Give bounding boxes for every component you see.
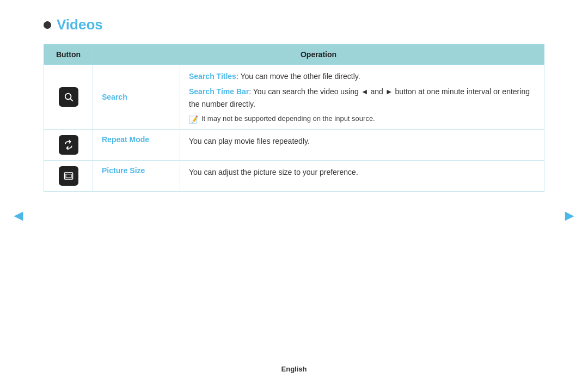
table-row: Repeat Mode You can play movie files rep… (44, 130, 544, 161)
page-content: Videos Button Operation (0, 0, 588, 203)
search-button-cell (44, 65, 93, 130)
picture-feature-name: Picture Size (102, 166, 145, 175)
table-row: Search Search Titles: You can move the o… (44, 65, 544, 130)
repeat-icon (59, 135, 78, 155)
search-time-bar-term: Search Time Bar (189, 87, 249, 96)
page-title: Videos (57, 16, 103, 33)
footer-language: English (281, 365, 307, 373)
picture-feature-name-cell: Picture Size (93, 161, 180, 192)
search-titles-term: Search Titles (189, 72, 236, 81)
search-note: 📝 It may not be supported depending on t… (189, 114, 535, 124)
table-row: Picture Size You can adjust the picture … (44, 161, 544, 192)
search-note-text: It may not be supported depending on the… (201, 114, 375, 123)
picture-operation-text: You can adjust the picture size to your … (189, 168, 358, 176)
note-icon: 📝 (189, 115, 198, 124)
repeat-feature-name: Repeat Mode (102, 135, 149, 144)
search-op-2: Search Time Bar: You can search the vide… (189, 86, 535, 110)
picture-size-icon (59, 166, 78, 186)
search-titles-text: : You can move the other file directly. (236, 72, 360, 81)
section-title: Videos (44, 16, 544, 33)
search-feature-name-cell: Search (93, 65, 180, 130)
search-icon (59, 87, 78, 107)
svg-line-1 (70, 99, 72, 101)
search-operation-cell: Search Titles: You can move the other fi… (180, 65, 544, 130)
repeat-button-cell (44, 130, 93, 161)
nav-left-arrow[interactable]: ◄ (11, 207, 26, 224)
bullet-icon (44, 21, 51, 29)
header-button: Button (44, 45, 93, 65)
header-operation: Operation (93, 45, 544, 65)
repeat-operation-text: You can play movie files repeatedly. (189, 137, 310, 145)
nav-right-arrow[interactable]: ► (562, 207, 577, 224)
svg-rect-3 (66, 174, 71, 178)
repeat-feature-name-cell: Repeat Mode (93, 130, 180, 161)
picture-operation-cell: You can adjust the picture size to your … (180, 161, 544, 192)
search-op-1: Search Titles: You can move the other fi… (189, 70, 535, 82)
feature-table: Button Operation Search (44, 44, 544, 192)
search-feature-name: Search (102, 93, 127, 101)
repeat-operation-cell: You can play movie files repeatedly. (180, 130, 544, 161)
picture-button-cell (44, 161, 93, 192)
